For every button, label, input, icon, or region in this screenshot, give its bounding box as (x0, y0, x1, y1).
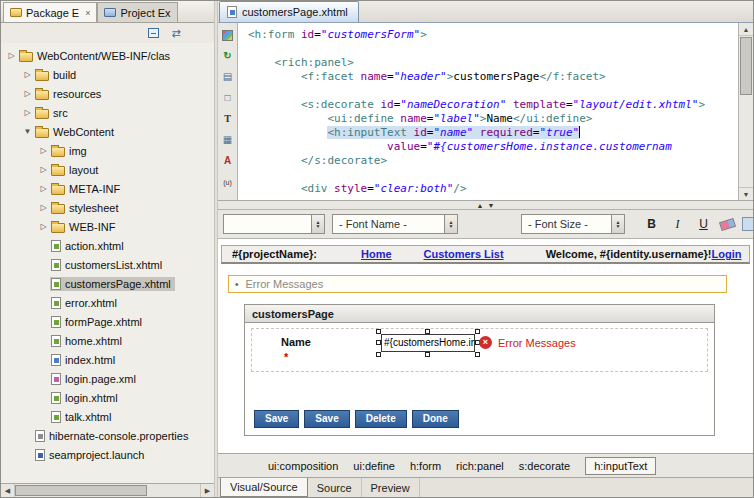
close-icon[interactable]: × (85, 8, 90, 18)
collapse-all-icon[interactable] (145, 26, 161, 41)
tree-collapsed-icon[interactable]: ▷ (37, 165, 50, 174)
tree-item-home-xhtml[interactable]: home.xhtml (1, 331, 214, 350)
tree-item-seamproject-launch[interactable]: seamproject.launch (1, 445, 214, 464)
code-line[interactable]: <rich:panel> (248, 56, 736, 70)
refresh-icon[interactable]: ↻ (220, 49, 235, 63)
selection-handle[interactable] (475, 329, 480, 334)
delete-button[interactable]: Delete (355, 410, 407, 428)
underline-button[interactable]: U (694, 215, 713, 234)
code-line[interactable] (248, 168, 736, 182)
path-item-ui-define[interactable]: ui:define (353, 460, 395, 472)
tree-collapsed-icon[interactable]: ▷ (37, 203, 50, 212)
block-format-select[interactable]: ▲▼ (223, 214, 325, 234)
tree-collapsed-icon[interactable]: ▷ (37, 222, 50, 231)
tree-item-webcontent-web-inf-clas[interactable]: ▷WebContent/WEB-INF/clas (1, 46, 214, 65)
selection-handle[interactable] (376, 329, 381, 334)
menu-link-customers-list[interactable]: Customers List (424, 248, 504, 260)
tree-item-webcontent[interactable]: ▼WebContent (1, 122, 214, 141)
menu-link-login[interactable]: Login (712, 248, 742, 260)
code-line[interactable]: <ui:define name="label">Name</ui:define> (248, 112, 736, 126)
tree-item-layout[interactable]: ▷layout (1, 160, 214, 179)
tab-project-explorer[interactable]: Project Ex (97, 2, 177, 22)
bold-button[interactable]: B (642, 215, 661, 234)
tree-item-login-xhtml[interactable]: login.xhtml (1, 388, 214, 407)
tree-item-formpage-xhtml[interactable]: formPage.xhtml (1, 312, 214, 331)
scroll-thumb[interactable] (740, 37, 752, 95)
splitter-up-icon[interactable]: ▲ (477, 202, 484, 209)
selection-handle[interactable] (425, 352, 430, 357)
tree-collapsed-icon[interactable]: ▷ (5, 51, 18, 60)
tree-collapsed-icon[interactable]: ▷ (21, 70, 34, 79)
tree-hscrollbar[interactable]: ◀ ▶ (1, 483, 214, 497)
link-with-editor-icon[interactable]: ⇄ (168, 26, 184, 41)
show-text-formatting-icon[interactable]: T (220, 112, 235, 126)
italic-button[interactable]: I (668, 215, 687, 234)
tree-item-action-xhtml[interactable]: action.xhtml (1, 236, 214, 255)
code-line[interactable] (248, 42, 736, 56)
path-item-rich-panel[interactable]: rich:panel (456, 460, 504, 472)
selection-handle[interactable] (376, 340, 381, 345)
editor-tab-customerspage-xhtml[interactable]: customersPage.xhtml (219, 1, 359, 22)
page-design-options-icon[interactable]: ▤ (220, 70, 235, 84)
clear-formatting-icon[interactable] (719, 217, 736, 230)
show-nonvisual-tags-icon[interactable]: ▦ (220, 133, 235, 147)
style-class-icon[interactable]: A (220, 154, 235, 168)
selection-handle[interactable] (475, 352, 480, 357)
name-input[interactable]: #{customersHome.instanc (381, 334, 475, 352)
save-button-2[interactable]: Save (304, 410, 349, 428)
show-border-icon[interactable]: □ (220, 91, 235, 105)
tree-collapsed-icon[interactable]: ▷ (37, 184, 50, 193)
bundle-as-el-icon[interactable]: (u) (220, 175, 235, 189)
tree-item-img[interactable]: ▷img (1, 141, 214, 160)
tree-collapsed-icon[interactable]: ▷ (21, 89, 34, 98)
font-name-select[interactable]: - Font Name - ▲▼ (332, 214, 458, 234)
tree-expanded-icon[interactable]: ▼ (21, 127, 34, 136)
done-button[interactable]: Done (412, 410, 459, 428)
tree-collapsed-icon[interactable]: ▷ (37, 146, 50, 155)
code-line[interactable]: <div style="clear:both"/> (248, 182, 736, 196)
path-item-h-form[interactable]: h:form (410, 460, 441, 472)
tree-item-customerspage-xhtml[interactable]: customersPage.xhtml (1, 274, 214, 293)
tree-item-login-page-xml[interactable]: login.page.xml (1, 369, 214, 388)
code-line[interactable]: <h:inputText id="name" required="true" (248, 126, 736, 140)
menu-link-home[interactable]: Home (361, 248, 392, 260)
selection-handle[interactable] (425, 329, 430, 334)
path-item-s-decorate[interactable]: s:decorate (519, 460, 570, 472)
global-error-messages-box[interactable]: • Error Messages (228, 275, 727, 293)
tab-visual-source[interactable]: Visual/Source (220, 478, 308, 497)
source-vscrollbar[interactable]: ▲ ▼ (738, 23, 753, 200)
tree-item-resources[interactable]: ▷resources (1, 84, 214, 103)
path-item-ui-composition[interactable]: ui:composition (268, 460, 338, 472)
save-button[interactable]: Save (254, 410, 299, 428)
toolbar-overflow-icon[interactable] (742, 217, 754, 231)
tree-item-build[interactable]: ▷build (1, 65, 214, 84)
tab-preview[interactable]: Preview (362, 478, 420, 497)
scroll-thumb[interactable] (15, 485, 147, 496)
tree-item-hibernate-console-properties[interactable]: hibernate-console.properties (1, 426, 214, 445)
source-editor[interactable]: <h:form id="customersForm"> <rich:panel>… (238, 23, 738, 200)
path-item-h-inputtext[interactable]: h:inputText (585, 457, 656, 475)
code-line[interactable] (248, 84, 736, 98)
tree-item-index-html[interactable]: index.html (1, 350, 214, 369)
selection-handle[interactable] (376, 352, 381, 357)
code-line[interactable]: <s:decorate id="nameDecoration" template… (248, 98, 736, 112)
code-line[interactable]: </s:decorate> (248, 154, 736, 168)
tab-source[interactable]: Source (308, 478, 362, 497)
code-line[interactable]: <f:facet name="header">customersPage</f:… (248, 70, 736, 84)
font-size-select[interactable]: - Font Size - ▲▼ (521, 214, 625, 234)
tree-item-talk-xhtml[interactable]: talk.xhtml (1, 407, 214, 426)
scroll-left-icon[interactable]: ◀ (1, 484, 15, 497)
tree-item-customerslist-xhtml[interactable]: customersList.xhtml (1, 255, 214, 274)
tree-item-error-xhtml[interactable]: error.xhtml (1, 293, 214, 312)
tab-package-explorer[interactable]: Package E × (3, 2, 97, 22)
tree-item-web-inf[interactable]: ▷WEB-INF (1, 217, 214, 236)
tree-collapsed-icon[interactable]: ▷ (21, 108, 34, 117)
visual-editor[interactable]: #{projectName}:HomeCustomers ListWelcome… (218, 239, 753, 453)
code-line[interactable]: <h:form id="customersForm"> (248, 28, 736, 42)
scroll-right-icon[interactable]: ▶ (200, 484, 214, 497)
editor-splitter[interactable]: ▲ ▼ (218, 201, 753, 210)
preferences-icon[interactable] (220, 28, 235, 42)
splitter-down-icon[interactable]: ▼ (488, 202, 495, 209)
code-line[interactable]: value="#{customersHome.instance.customer… (248, 140, 736, 154)
tree-item-src[interactable]: ▷src (1, 103, 214, 122)
